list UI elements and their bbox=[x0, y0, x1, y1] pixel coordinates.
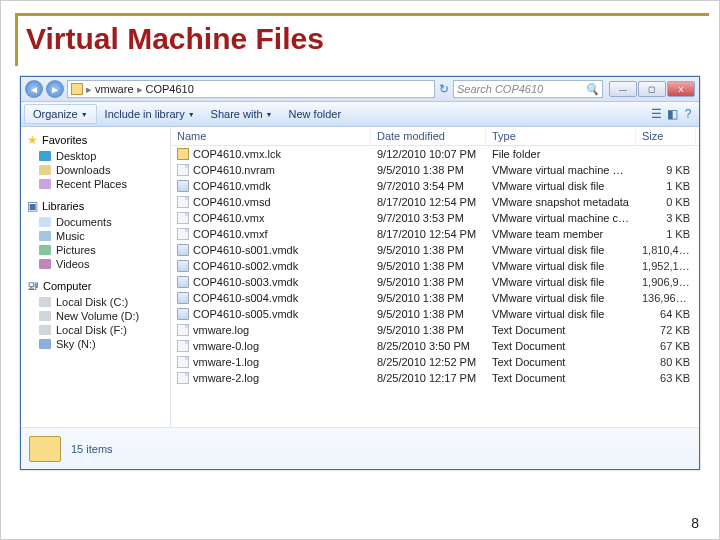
file-date: 9/5/2010 1:38 PM bbox=[371, 243, 486, 257]
col-size[interactable]: Size bbox=[636, 127, 696, 145]
sidebar-item-music[interactable]: Music bbox=[23, 229, 168, 243]
file-row[interactable]: vmware.log9/5/2010 1:38 PMText Document7… bbox=[171, 322, 699, 338]
file-row[interactable]: vmware-0.log8/25/2010 3:50 PMText Docume… bbox=[171, 338, 699, 354]
file-row[interactable]: COP4610.vmx9/7/2010 3:53 PMVMware virtua… bbox=[171, 210, 699, 226]
include-library-button[interactable]: Include in library ▼ bbox=[97, 104, 203, 124]
file-type: VMware team member bbox=[486, 227, 636, 241]
sidebar-item-documents[interactable]: Documents bbox=[23, 215, 168, 229]
maximize-button[interactable]: ▢ bbox=[638, 81, 666, 97]
file-row[interactable]: COP4610.vmdk9/7/2010 3:54 PMVMware virtu… bbox=[171, 178, 699, 194]
network-disk-icon bbox=[39, 339, 51, 349]
file-name: COP4610-s002.vmdk bbox=[193, 260, 298, 272]
file-size bbox=[636, 147, 696, 161]
refresh-icon[interactable]: ↻ bbox=[439, 82, 449, 96]
nav-forward-button[interactable]: ► bbox=[46, 80, 64, 98]
file-row[interactable]: COP4610-s003.vmdk9/5/2010 1:38 PMVMware … bbox=[171, 274, 699, 290]
desktop-icon bbox=[39, 151, 51, 161]
search-icon: 🔍 bbox=[585, 83, 599, 96]
file-type: VMware virtual disk file bbox=[486, 243, 636, 257]
file-row[interactable]: vmware-1.log8/25/2010 12:52 PMText Docum… bbox=[171, 354, 699, 370]
file-row[interactable]: COP4610-s004.vmdk9/5/2010 1:38 PMVMware … bbox=[171, 290, 699, 306]
sidebar-favorites-header[interactable]: ★ Favorites bbox=[23, 131, 168, 149]
file-size: 1,810,488 KB bbox=[636, 243, 696, 257]
file-row[interactable]: COP4610.vmxf8/17/2010 12:54 PMVMware tea… bbox=[171, 226, 699, 242]
file-row[interactable]: vmware-2.log8/25/2010 12:17 PMText Docum… bbox=[171, 370, 699, 386]
file-type: VMware snapshot metadata bbox=[486, 195, 636, 209]
new-folder-button[interactable]: New folder bbox=[281, 104, 350, 124]
folder-icon bbox=[29, 436, 61, 462]
sidebar-item-pictures[interactable]: Pictures bbox=[23, 243, 168, 257]
preview-pane-icon[interactable]: ◧ bbox=[664, 106, 680, 122]
minimize-button[interactable]: — bbox=[609, 81, 637, 97]
share-with-button[interactable]: Share with ▼ bbox=[203, 104, 281, 124]
file-size: 64 KB bbox=[636, 307, 696, 321]
sidebar-item-label: Sky (N:) bbox=[56, 338, 96, 350]
documents-icon bbox=[39, 217, 51, 227]
breadcrumb-part[interactable]: COP4610 bbox=[146, 83, 194, 95]
recent-icon bbox=[39, 179, 51, 189]
view-icon[interactable]: ☰ bbox=[648, 106, 664, 122]
file-row[interactable]: COP4610.nvram9/5/2010 1:38 PMVMware virt… bbox=[171, 162, 699, 178]
col-type[interactable]: Type bbox=[486, 127, 636, 145]
sidebar-computer-header[interactable]: 🖳 Computer bbox=[23, 277, 168, 295]
col-name[interactable]: Name bbox=[171, 127, 371, 145]
file-icon bbox=[177, 372, 189, 384]
file-date: 8/25/2010 12:52 PM bbox=[371, 355, 486, 369]
organize-button[interactable]: Organize ▼ bbox=[24, 104, 97, 124]
sidebar: ★ Favorites Desktop Downloads Recent Pla… bbox=[21, 127, 171, 427]
sidebar-item-videos[interactable]: Videos bbox=[23, 257, 168, 271]
file-type: VMware virtual machine config... bbox=[486, 211, 636, 225]
nav-back-button[interactable]: ◄ bbox=[25, 80, 43, 98]
sidebar-libraries-header[interactable]: ▣ Libraries bbox=[23, 197, 168, 215]
help-icon[interactable]: ? bbox=[680, 106, 696, 122]
breadcrumb[interactable]: ▸ vmware ▸ COP4610 bbox=[67, 80, 435, 98]
disk-icon bbox=[177, 260, 189, 272]
titlebar: ◄ ► ▸ vmware ▸ COP4610 ↻ Search COP4610 … bbox=[21, 77, 699, 101]
slide-title-box: Virtual Machine Files bbox=[15, 13, 709, 66]
favorites-label: Favorites bbox=[42, 134, 87, 146]
slide-title: Virtual Machine Files bbox=[26, 22, 699, 56]
chevron-right-icon: ▸ bbox=[137, 83, 143, 96]
new-folder-label: New folder bbox=[289, 108, 342, 120]
file-row[interactable]: COP4610.vmx.lck9/12/2010 10:07 PMFile fo… bbox=[171, 146, 699, 162]
file-date: 8/17/2010 12:54 PM bbox=[371, 227, 486, 241]
file-type: Text Document bbox=[486, 323, 636, 337]
sidebar-item-desktop[interactable]: Desktop bbox=[23, 149, 168, 163]
breadcrumb-part[interactable]: vmware bbox=[95, 83, 134, 95]
column-headers: Name Date modified Type Size bbox=[171, 127, 699, 146]
file-icon bbox=[177, 164, 189, 176]
file-row[interactable]: COP4610-s001.vmdk9/5/2010 1:38 PMVMware … bbox=[171, 242, 699, 258]
file-name: COP4610-s003.vmdk bbox=[193, 276, 298, 288]
file-name: COP4610.vmx.lck bbox=[193, 148, 281, 160]
file-row[interactable]: COP4610.vmsd8/17/2010 12:54 PMVMware sna… bbox=[171, 194, 699, 210]
file-size: 9 KB bbox=[636, 163, 696, 177]
status-bar: 15 items bbox=[21, 427, 699, 469]
file-type: VMware virtual disk file bbox=[486, 179, 636, 193]
file-name: COP4610-s004.vmdk bbox=[193, 292, 298, 304]
file-size: 136,960 KB bbox=[636, 291, 696, 305]
file-size: 3 KB bbox=[636, 211, 696, 225]
sidebar-item-recent[interactable]: Recent Places bbox=[23, 177, 168, 191]
file-type: VMware virtual disk file bbox=[486, 307, 636, 321]
sidebar-item-disk-d[interactable]: New Volume (D:) bbox=[23, 309, 168, 323]
col-date[interactable]: Date modified bbox=[371, 127, 486, 145]
file-type: Text Document bbox=[486, 371, 636, 385]
sidebar-item-downloads[interactable]: Downloads bbox=[23, 163, 168, 177]
disk-icon bbox=[177, 292, 189, 304]
sidebar-item-disk-f[interactable]: Local Disk (F:) bbox=[23, 323, 168, 337]
disk-icon bbox=[177, 244, 189, 256]
disk-icon bbox=[39, 311, 51, 321]
file-size: 1,952,192 KB bbox=[636, 259, 696, 273]
disk-icon bbox=[177, 180, 189, 192]
file-size: 67 KB bbox=[636, 339, 696, 353]
file-size: 1 KB bbox=[636, 179, 696, 193]
file-row[interactable]: COP4610-s005.vmdk9/5/2010 1:38 PMVMware … bbox=[171, 306, 699, 322]
chevron-down-icon: ▼ bbox=[188, 111, 195, 118]
sidebar-item-sky[interactable]: Sky (N:) bbox=[23, 337, 168, 351]
search-input[interactable]: Search COP4610 🔍 bbox=[453, 80, 603, 98]
file-row[interactable]: COP4610-s002.vmdk9/5/2010 1:38 PMVMware … bbox=[171, 258, 699, 274]
sidebar-item-disk-c[interactable]: Local Disk (C:) bbox=[23, 295, 168, 309]
close-button[interactable]: X bbox=[667, 81, 695, 97]
computer-icon: 🖳 bbox=[27, 279, 39, 293]
page-number: 8 bbox=[691, 515, 699, 531]
